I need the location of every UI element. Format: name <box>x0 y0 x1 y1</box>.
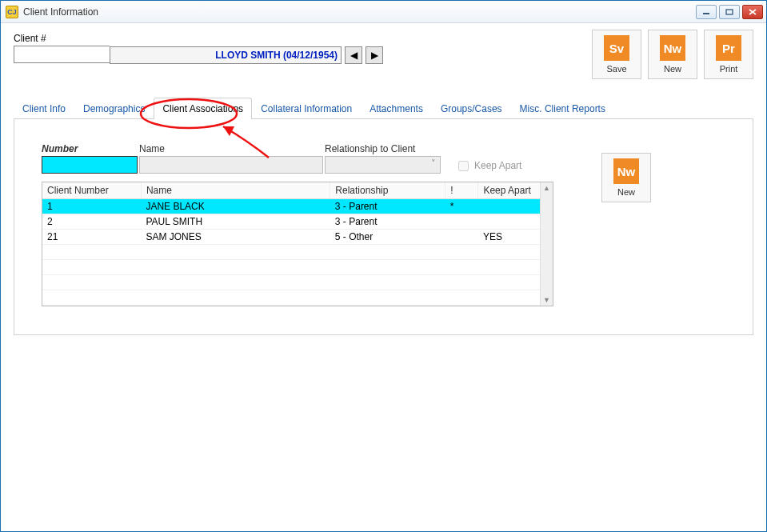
minimize-icon <box>702 9 710 15</box>
client-display-name: LLOYD SMITH (04/12/1954) <box>110 46 342 64</box>
save-icon: Sv <box>604 35 629 61</box>
tab-client-info[interactable]: Client Info <box>14 98 74 119</box>
filter-relationship-select[interactable] <box>325 156 441 174</box>
tab-attachments[interactable]: Attachments <box>361 98 432 119</box>
filter-name-input[interactable] <box>139 156 323 174</box>
tab-misc-client-reports[interactable]: Misc. Client Reports <box>511 98 614 119</box>
cell-client-number: 1 <box>42 199 141 214</box>
filter-relationship-label: Relationship to Client <box>325 143 441 154</box>
tab-demographics[interactable]: Demographics <box>74 98 154 119</box>
maximize-button[interactable] <box>719 5 740 19</box>
print-button[interactable]: Pr Print <box>704 30 753 79</box>
client-number-block: Client # … <box>14 33 110 63</box>
record-nav: ◀ ▶ <box>345 46 383 64</box>
new-icon: Nw <box>613 158 639 184</box>
close-icon <box>749 9 757 15</box>
filter-row: Number … Name Relationship to Cl <box>42 143 569 174</box>
new-button[interactable]: Nw New <box>648 30 697 79</box>
new-label: New <box>664 64 681 74</box>
cell-relationship: 5 - Other <box>330 230 445 245</box>
col-flag[interactable]: ! <box>445 182 478 199</box>
table-header-row: Client Number Name Relationship ! Keep A… <box>42 182 553 199</box>
col-client-number[interactable]: Client Number <box>42 182 141 199</box>
window-controls <box>696 5 763 19</box>
tab-collateral-information[interactable]: Collateral Information <box>252 98 361 119</box>
filter-keep-apart-label: Keep Apart <box>474 160 521 171</box>
tab-groups-cases[interactable]: Groups/Cases <box>432 98 511 119</box>
table-row[interactable] <box>42 290 553 306</box>
window-title: Client Information <box>23 6 696 18</box>
cell-flag <box>445 230 478 245</box>
toolbar: Sv Save Nw New Pr Print <box>592 30 753 79</box>
client-number-field: … <box>14 46 110 63</box>
cell-flag <box>445 214 478 230</box>
print-label: Print <box>720 64 738 74</box>
tab-client-associations[interactable]: Client Associations <box>154 98 252 119</box>
client-information-window: CJ Client Information Client # … <box>0 0 767 532</box>
panel-new-label: New <box>617 187 635 197</box>
cell-relationship: 3 - Parent <box>330 199 445 214</box>
cell-relationship: 3 - Parent <box>330 214 445 230</box>
client-associations-panel: Number … Name Relationship to Cl <box>14 119 753 335</box>
table-row[interactable] <box>42 245 553 260</box>
content-area: Client # … LLOYD SMITH (04/12/1954) ◀ ▶ <box>1 23 766 531</box>
header-row: Client # … LLOYD SMITH (04/12/1954) ◀ ▶ <box>14 33 753 79</box>
triangle-right-icon: ▶ <box>371 50 378 61</box>
close-button[interactable] <box>742 5 763 19</box>
panel-new-button[interactable]: Nw New <box>601 153 651 202</box>
table-row[interactable]: 2 PAUL SMITH 3 - Parent <box>42 214 553 230</box>
cell-name: PAUL SMITH <box>141 214 330 230</box>
associations-table: Client Number Name Relationship ! Keep A… <box>42 182 553 306</box>
maximize-icon <box>725 9 733 15</box>
save-button[interactable]: Sv Save <box>592 30 641 79</box>
print-icon: Pr <box>716 35 741 61</box>
filter-keep-apart[interactable]: Keep Apart <box>455 158 521 174</box>
filter-name-label: Name <box>139 143 323 154</box>
next-record-button[interactable]: ▶ <box>366 46 383 64</box>
svg-rect-0 <box>703 13 709 14</box>
tab-strip: Client Info Demographics Client Associat… <box>14 97 753 119</box>
triangle-left-icon: ◀ <box>350 50 358 61</box>
panel-side-buttons: Nw New <box>601 153 651 202</box>
table-row[interactable]: 21 SAM JONES 5 - Other YES <box>42 230 553 245</box>
col-relationship[interactable]: Relationship <box>330 182 445 199</box>
table-row[interactable] <box>42 260 553 275</box>
prev-record-button[interactable]: ◀ <box>345 46 362 64</box>
col-name[interactable]: Name <box>141 182 330 199</box>
cell-client-number: 2 <box>42 214 141 230</box>
filter-number-label: Number <box>42 143 138 154</box>
cell-flag: * <box>445 199 478 214</box>
filter-number-field: … <box>42 156 138 174</box>
minimize-button[interactable] <box>696 5 717 19</box>
cell-name: JANE BLACK <box>141 199 330 214</box>
table-row[interactable]: 1 JANE BLACK 3 - Parent * <box>42 199 553 214</box>
save-label: Save <box>606 64 626 74</box>
cell-name: SAM JONES <box>141 230 330 245</box>
table-scrollbar[interactable] <box>540 182 553 306</box>
table-row[interactable] <box>42 275 553 290</box>
new-icon: Nw <box>660 35 685 61</box>
titlebar: CJ Client Information <box>1 1 766 23</box>
svg-rect-1 <box>726 10 733 14</box>
client-number-label: Client # <box>14 33 110 44</box>
filter-keep-apart-checkbox[interactable] <box>458 161 469 171</box>
cell-client-number: 21 <box>42 230 141 245</box>
app-icon: CJ <box>6 6 18 18</box>
